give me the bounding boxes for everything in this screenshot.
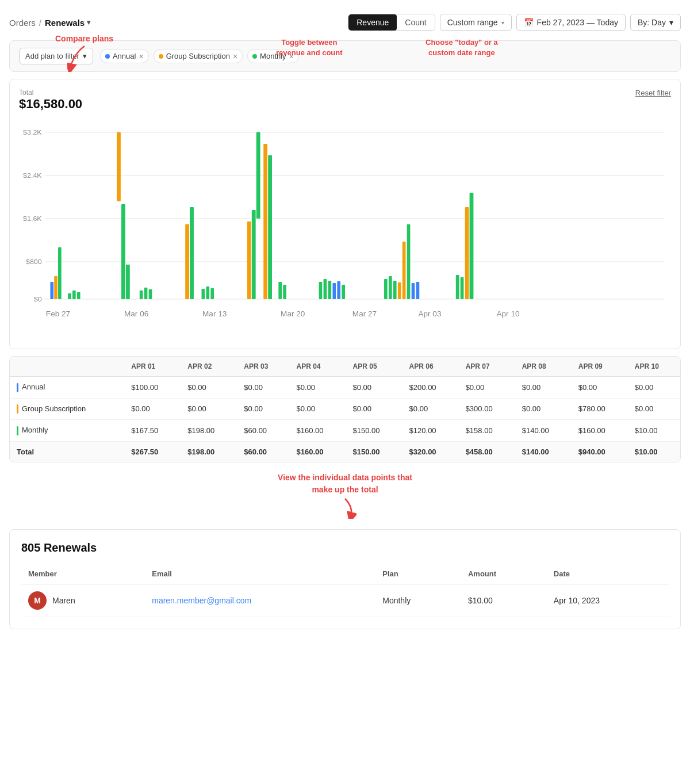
svg-rect-26 — [210, 288, 214, 299]
chart-area: Total $16,580.00 Reset filter $3.2K $2.4… — [9, 79, 681, 349]
svg-rect-18 — [126, 265, 130, 299]
data-cell: $10.00 — [628, 420, 680, 442]
svg-rect-17 — [121, 204, 125, 299]
svg-rect-23 — [190, 207, 194, 299]
plan-column-header — [10, 357, 124, 377]
reset-filter-button[interactable]: Reset filter — [635, 89, 671, 97]
svg-rect-13 — [68, 293, 71, 299]
data-cell: $0.00 — [628, 398, 680, 420]
total-value: $16,580.00 — [19, 97, 671, 112]
email-cell[interactable]: maren.member@gmail.com — [145, 584, 375, 617]
data-cell: $780.00 — [572, 398, 628, 420]
monthly-tag-close-button[interactable]: × — [289, 52, 294, 60]
svg-rect-30 — [263, 144, 267, 299]
data-cell: $0.00 — [402, 398, 459, 420]
svg-rect-14 — [72, 290, 76, 299]
data-cell: $0.00 — [515, 377, 572, 399]
table-header-row: APR 01 APR 02 APR 03 APR 04 APR 05 APR 0… — [10, 357, 680, 377]
group-subscription-tag-close-button[interactable]: × — [233, 52, 237, 60]
svg-text:$0: $0 — [34, 296, 42, 303]
breadcrumb: Orders / Renewals ▾ — [9, 18, 90, 28]
custom-range-button[interactable]: Custom range ▾ — [440, 14, 512, 31]
svg-rect-22 — [185, 224, 189, 299]
renewals-header-row: Member Email Plan Amount Date — [21, 564, 669, 584]
data-table-section: APR 01 APR 02 APR 03 APR 04 APR 05 APR 0… — [9, 356, 681, 462]
plan-column-header: Plan — [375, 564, 461, 584]
svg-rect-20 — [144, 288, 148, 299]
apr10-header: APR 10 — [628, 357, 680, 377]
table-row: Monthly$167.50$198.00$60.00$160.00$150.0… — [10, 420, 680, 442]
count-toggle-button[interactable]: Count — [397, 14, 434, 30]
data-cell: $0.00 — [237, 377, 289, 399]
data-cell: $0.00 — [290, 377, 346, 399]
plan-color-indicator — [17, 404, 18, 414]
apr02-header: APR 02 — [181, 357, 237, 377]
total-label: Total — [19, 89, 671, 97]
breadcrumb-separator: / — [39, 18, 41, 28]
breadcrumb-orders[interactable]: Orders — [9, 18, 36, 28]
annual-filter-tag: Annual × — [100, 49, 149, 63]
data-cell: $458.00 — [459, 441, 515, 462]
plan-name-cell[interactable]: Annual — [10, 377, 124, 399]
data-cell: $0.00 — [572, 377, 628, 399]
chevron-down-icon: ▾ — [87, 18, 90, 26]
view-data-points-annotation: View the individual data points thatmake… — [9, 472, 681, 522]
svg-text:$800: $800 — [26, 258, 42, 265]
data-cell: $0.00 — [124, 398, 181, 420]
svg-rect-50 — [465, 207, 469, 299]
svg-text:$1.6K: $1.6K — [23, 215, 42, 222]
svg-rect-16 — [117, 132, 121, 201]
group-subscription-filter-tag: Group Subscription × — [154, 49, 243, 63]
apr04-header: APR 04 — [290, 357, 346, 377]
svg-rect-42 — [393, 281, 397, 299]
data-cell: $160.00 — [290, 441, 346, 462]
svg-rect-15 — [77, 292, 80, 299]
svg-rect-44 — [402, 242, 406, 299]
amount-column-header: Amount — [461, 564, 547, 584]
svg-rect-27 — [247, 221, 251, 299]
revenue-toggle-button[interactable]: Revenue — [348, 14, 397, 30]
apr01-header: APR 01 — [124, 357, 181, 377]
chevron-down-icon: ▾ — [83, 52, 87, 60]
svg-rect-49 — [461, 277, 464, 299]
svg-rect-46 — [412, 283, 415, 299]
svg-rect-51 — [470, 193, 474, 299]
data-cell: $10.00 — [628, 441, 680, 462]
data-cell: $0.00 — [181, 398, 237, 420]
renewals-table: Member Email Plan Amount Date M Maren ma… — [21, 564, 669, 617]
breadcrumb-renewals: Renewals ▾ — [45, 18, 90, 28]
data-cell: $0.00 — [181, 377, 237, 399]
email-column-header: Email — [145, 564, 375, 584]
by-day-button[interactable]: By: Day ▾ — [630, 14, 681, 31]
apr09-header: APR 09 — [572, 357, 628, 377]
data-cell: $150.00 — [346, 441, 402, 462]
svg-rect-36 — [328, 281, 332, 299]
svg-rect-48 — [456, 275, 459, 299]
data-cell: $140.00 — [515, 441, 572, 462]
svg-rect-45 — [407, 224, 411, 299]
bar-chart: $3.2K $2.4K $1.6K $800 $0 — [19, 121, 671, 339]
data-cell: $160.00 — [572, 420, 628, 442]
plan-name-cell[interactable]: Monthly — [10, 420, 124, 442]
data-cell: $158.00 — [459, 420, 515, 442]
date-range-button[interactable]: 📅 Feb 27, 2023 — Today — [516, 14, 626, 31]
svg-text:Mar 27: Mar 27 — [352, 310, 377, 318]
filter-section: Add plan to filter ▾ Annual × Group Subs… — [9, 40, 681, 72]
plan-name-cell[interactable]: Total — [10, 441, 124, 462]
apr06-header: APR 06 — [402, 357, 459, 377]
member-cell: M Maren — [21, 584, 145, 617]
plan-cell: Monthly — [375, 584, 461, 617]
table-row: Total$267.50$198.00$60.00$160.00$150.00$… — [10, 441, 680, 462]
apr05-header: APR 05 — [346, 357, 402, 377]
avatar: M — [28, 591, 47, 610]
renewals-title: 805 Renewals — [21, 541, 669, 554]
data-cell: $198.00 — [181, 441, 237, 462]
plan-name-cell[interactable]: Group Subscription — [10, 398, 124, 420]
data-cell: $0.00 — [515, 398, 572, 420]
data-cell: $0.00 — [628, 377, 680, 399]
add-plan-filter-button[interactable]: Add plan to filter ▾ — [19, 48, 93, 64]
svg-rect-43 — [398, 282, 401, 299]
annual-tag-close-button[interactable]: × — [139, 52, 143, 60]
svg-text:Apr 03: Apr 03 — [418, 310, 441, 318]
svg-rect-11 — [54, 276, 57, 299]
